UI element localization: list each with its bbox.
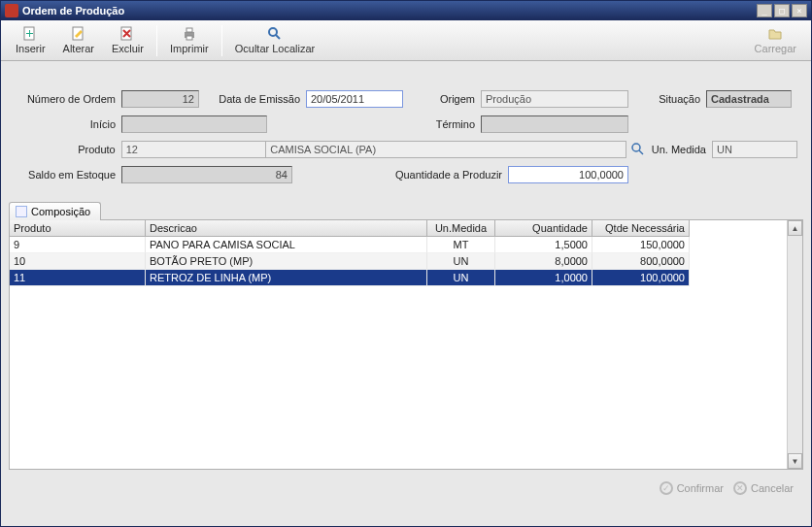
imprimir-label: Imprimir xyxy=(170,43,209,54)
label-qtd-produzir: Quantidade a Produzir xyxy=(386,169,508,181)
inicio-field[interactable] xyxy=(121,115,267,133)
imprimir-button[interactable]: Imprimir xyxy=(161,23,218,57)
col-header-un[interactable]: Un.Medida xyxy=(427,220,495,237)
confirmar-label: Confirmar xyxy=(677,482,724,494)
delete-doc-icon xyxy=(119,26,135,42)
grid-header-row: Produto Descricao Un.Medida Quantidade Q… xyxy=(10,220,787,237)
cell-un: MT xyxy=(427,237,495,253)
table-row[interactable]: 11RETROZ DE LINHA (MP)UN1,0000100,0000 xyxy=(10,270,787,286)
saldo-estoque-field xyxy=(121,166,292,183)
cell-un: UN xyxy=(427,253,495,270)
cell-qty: 1,0000 xyxy=(495,270,592,286)
svg-point-8 xyxy=(269,28,277,36)
col-header-produto[interactable]: Produto xyxy=(10,220,146,237)
svg-line-11 xyxy=(639,150,643,154)
alterar-label: Alterar xyxy=(63,43,94,54)
label-termino: Término xyxy=(413,118,481,130)
toolbar-separator xyxy=(221,25,222,56)
label-un-medida: Un. Medida xyxy=(650,144,712,155)
composition-grid: Produto Descricao Un.Medida Quantidade Q… xyxy=(9,219,803,470)
label-produto: Produto xyxy=(15,144,121,155)
cancelar-button: ✕ Cancelar xyxy=(733,481,794,495)
table-row[interactable]: 9PANO PARA CAMISA SOCIALMT1,5000150,0000 xyxy=(10,237,787,253)
scroll-up-icon[interactable]: ▲ xyxy=(788,220,802,236)
svg-rect-7 xyxy=(186,36,192,40)
grid-scrollbar[interactable]: ▲ ▼ xyxy=(787,220,802,469)
cell-qty: 8,0000 xyxy=(495,253,592,270)
cancelar-label: Cancelar xyxy=(751,482,794,494)
cell-produto: 10 xyxy=(10,253,146,270)
table-row[interactable]: 10BOTÃO PRETO (MP)UN8,0000800,0000 xyxy=(10,253,787,270)
plus-doc-icon xyxy=(22,26,38,42)
cell-produto: 11 xyxy=(10,270,146,286)
toolbar: Inserir Alterar Excluir Imprimir O xyxy=(1,20,811,61)
toolbar-separator xyxy=(156,25,157,56)
cell-need: 100,0000 xyxy=(592,270,690,286)
svg-rect-6 xyxy=(186,28,192,32)
footer: ✓ Confirmar ✕ Cancelar xyxy=(1,470,811,526)
svg-rect-2 xyxy=(29,30,30,37)
edit-doc-icon xyxy=(71,26,86,42)
carregar-label: Carregar xyxy=(755,43,796,54)
alterar-button[interactable]: Alterar xyxy=(54,23,103,57)
origem-field xyxy=(481,90,628,108)
minimize-button[interactable]: _ xyxy=(757,4,772,17)
app-icon xyxy=(5,4,18,17)
ocultar-localizar-label: Ocultar Localizar xyxy=(235,43,316,54)
cell-need: 800,0000 xyxy=(592,253,690,270)
cancel-icon: ✕ xyxy=(733,481,747,495)
window: Ordem de Produção _ □ × Inserir Alterar … xyxy=(0,0,812,527)
tab-composicao-label: Composição xyxy=(31,206,90,217)
numero-ordem-field xyxy=(121,90,199,108)
inserir-button[interactable]: Inserir xyxy=(7,23,54,57)
close-button[interactable]: × xyxy=(792,4,807,17)
excluir-label: Excluir xyxy=(112,43,144,54)
col-header-quantidade[interactable]: Quantidade xyxy=(495,220,592,237)
cell-need: 150,0000 xyxy=(592,237,690,253)
cell-un: UN xyxy=(427,270,495,286)
data-emissao-field[interactable] xyxy=(306,90,403,108)
cell-descricao: RETROZ DE LINHA (MP) xyxy=(146,270,427,286)
maximize-button[interactable]: □ xyxy=(774,4,790,17)
window-title: Ordem de Produção xyxy=(22,5,757,16)
label-data-emissao: Data de Emissão xyxy=(199,93,306,105)
search-produto-icon[interactable] xyxy=(630,142,646,157)
tab-icon xyxy=(16,206,27,217)
titlebar: Ordem de Produção _ □ × xyxy=(1,1,811,20)
label-situacao: Situação xyxy=(628,93,706,105)
produto-desc-field xyxy=(266,141,626,158)
form-area: Número de Ordem Data de Emissão Origem S… xyxy=(1,61,811,197)
produto-cod-field[interactable] xyxy=(121,141,267,158)
check-icon: ✓ xyxy=(660,481,673,495)
printer-icon xyxy=(182,26,197,42)
window-controls: _ □ × xyxy=(757,4,807,17)
composition-panel: Composição Produto Descricao Un.Medida Q… xyxy=(9,201,803,470)
qtd-produzir-field[interactable] xyxy=(508,166,628,183)
search-icon xyxy=(267,26,283,42)
termino-field[interactable] xyxy=(481,115,628,133)
inserir-label: Inserir xyxy=(16,43,46,54)
label-numero: Número de Ordem xyxy=(15,93,121,105)
cell-descricao: PANO PARA CAMISA SOCIAL xyxy=(146,237,427,253)
label-saldo-estoque: Saldo em Estoque xyxy=(15,169,121,181)
carregar-button: Carregar xyxy=(746,23,805,57)
folder-open-icon xyxy=(767,26,783,42)
svg-point-10 xyxy=(632,144,640,151)
situacao-field xyxy=(706,90,792,108)
cell-descricao: BOTÃO PRETO (MP) xyxy=(146,253,427,270)
label-origem: Origem xyxy=(403,93,481,105)
excluir-button[interactable]: Excluir xyxy=(103,23,152,57)
un-medida-field xyxy=(712,141,797,158)
col-header-descricao[interactable]: Descricao xyxy=(146,220,427,237)
confirmar-button: ✓ Confirmar xyxy=(660,481,724,495)
col-header-qtde-necessaria[interactable]: Qtde Necessária xyxy=(592,220,690,237)
scroll-down-icon[interactable]: ▼ xyxy=(788,453,802,469)
label-inicio: Início xyxy=(15,118,121,130)
ocultar-localizar-button[interactable]: Ocultar Localizar xyxy=(226,23,324,57)
svg-line-9 xyxy=(276,35,280,39)
cell-produto: 9 xyxy=(10,237,146,253)
cell-qty: 1,5000 xyxy=(495,237,592,253)
tab-composicao[interactable]: Composição xyxy=(9,202,101,220)
